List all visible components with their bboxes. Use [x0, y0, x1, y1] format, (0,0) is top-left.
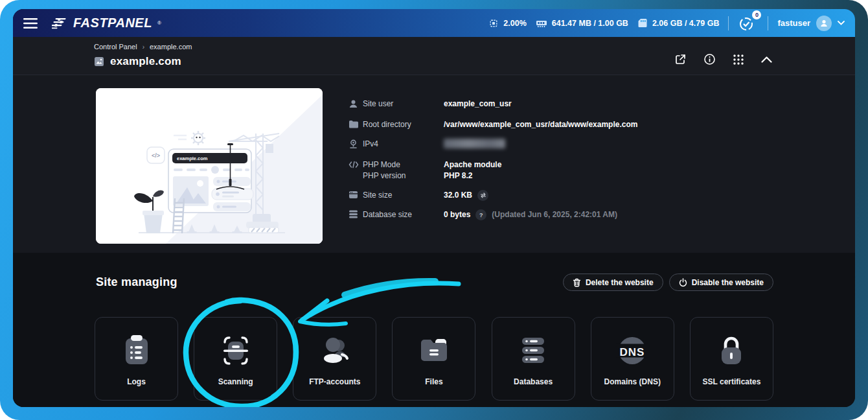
- page-header: Control Panel › example.com example.com: [13, 37, 855, 75]
- card-ftp-accounts[interactable]: FTP-accounts: [293, 317, 376, 401]
- info-label: IPv4: [363, 139, 444, 150]
- cpu-usage: 2.00%: [488, 18, 526, 29]
- card-logs[interactable]: Logs: [95, 317, 178, 401]
- disk-value: 2.06 GB / 4.79 GB: [652, 19, 720, 28]
- database-size-updated-note: (Updated Jun 6, 2025, 2:42:01 AM): [492, 209, 617, 220]
- collapse-button[interactable]: [760, 55, 773, 64]
- breadcrumb: Control Panel › example.com: [94, 43, 192, 51]
- page-title: example.com: [110, 55, 181, 68]
- breadcrumb-control-panel[interactable]: Control Panel: [94, 43, 137, 51]
- card-scanning[interactable]: Scanning: [194, 317, 277, 401]
- open-site-button[interactable]: [673, 52, 688, 67]
- dns-icon: DNS: [616, 336, 648, 366]
- card-label: SSL certificates: [703, 377, 761, 386]
- topbar-divider: [768, 16, 768, 30]
- fastpanel-logo-icon: [52, 18, 69, 29]
- user-icon: [348, 99, 358, 109]
- info-row-site-user: Site user example_com_usr: [348, 99, 637, 111]
- cpu-value: 2.00%: [503, 19, 526, 28]
- card-label: Databases: [514, 377, 553, 386]
- info-value: 0 bytes: [444, 209, 470, 220]
- info-row-database-size: Database size 0 bytes ? (Updated Jun 6, …: [348, 209, 637, 220]
- info-label: Database size: [363, 209, 444, 220]
- disk-icon: [637, 18, 648, 28]
- fastpanel-window: FASTPANEL® 2.00% 641.47 MB / 1.00 GB 2.0…: [13, 9, 855, 407]
- info-label: Site user: [363, 99, 444, 110]
- avatar: [816, 16, 832, 31]
- info-label: Root directory: [363, 119, 444, 130]
- username: fastuser: [777, 18, 810, 28]
- notification-badge: 0: [752, 10, 761, 19]
- info-value: Apache module: [444, 159, 501, 170]
- info-value: 32.0 KB: [444, 190, 472, 201]
- site-illustration: </> example.com: [96, 88, 323, 244]
- user-menu[interactable]: fastuser: [777, 16, 845, 31]
- grid-dots-icon: [733, 54, 744, 65]
- refresh-icon: [480, 192, 486, 198]
- card-databases[interactable]: Databases: [492, 317, 575, 401]
- info-button[interactable]: [702, 52, 717, 67]
- files-icon: [418, 337, 450, 364]
- info-row-php: PHP Mode PHP version Apache module PHP 8…: [348, 159, 637, 181]
- disable-website-button[interactable]: Disable the website: [669, 274, 773, 291]
- folder-icon: [348, 120, 358, 128]
- ram-value: 641.47 MB / 1.00 GB: [552, 19, 628, 28]
- ssl-certificates-icon: [718, 334, 744, 367]
- ftp-accounts-icon: [319, 335, 351, 366]
- card-label: Logs: [127, 377, 146, 386]
- info-value: example_com_usr: [444, 99, 512, 110]
- site-managing-section: Site managing Delete the website Disable…: [13, 253, 855, 407]
- disk-usage: 2.06 GB / 4.79 GB: [637, 18, 720, 28]
- info-value: /var/www/example_com_usr/data/www/exampl…: [444, 119, 637, 130]
- illustration-address-text: example.com: [177, 156, 208, 161]
- breadcrumb-example-com[interactable]: example.com: [150, 43, 192, 51]
- info-label: PHP Mode: [363, 159, 444, 170]
- browser-frame: FASTPANEL® 2.00% 641.47 MB / 1.00 GB 2.0…: [0, 0, 868, 420]
- site-info-list: Site user example_com_usr Root directory…: [348, 99, 637, 244]
- tasks-clock-icon: [738, 16, 755, 32]
- site-preview-card: </> example.com: [96, 88, 323, 244]
- managing-cards: Logs Scanning FTP-accounts Files Databas…: [95, 317, 773, 401]
- power-icon: [679, 278, 687, 287]
- info-value: PHP 8.2: [444, 170, 501, 181]
- info-row-root-directory: Root directory /var/www/example_com_usr/…: [348, 119, 637, 130]
- section-title: Site managing: [96, 275, 177, 289]
- notifications-button[interactable]: 0: [738, 14, 759, 32]
- pin-icon: [348, 139, 358, 149]
- trash-icon: [573, 278, 581, 287]
- topbar-divider: [728, 16, 729, 30]
- brand-registered-mark: ®: [157, 20, 161, 26]
- breadcrumb-separator-icon: ›: [143, 43, 144, 51]
- card-files[interactable]: Files: [392, 317, 475, 401]
- user-avatar-icon: [819, 19, 828, 28]
- topbar: FASTPANEL® 2.00% 641.47 MB / 1.00 GB 2.0…: [13, 9, 855, 37]
- card-ssl-certificates[interactable]: SSL certificates: [690, 317, 773, 401]
- browser-icon: [348, 191, 358, 199]
- apps-grid-button[interactable]: [731, 52, 746, 67]
- chevron-up-icon: [761, 56, 772, 63]
- database-size-help-button[interactable]: ?: [475, 209, 486, 220]
- info-label: PHP version: [363, 170, 444, 181]
- chevron-down-icon: [838, 21, 845, 25]
- menu-button[interactable]: [19, 14, 41, 32]
- card-domains-dns[interactable]: DNS Domains (DNS): [591, 317, 674, 401]
- info-row-ipv4: IPv4: [348, 139, 637, 151]
- site-favicon-icon: [94, 56, 104, 67]
- databases-icon: [518, 336, 548, 365]
- code-icon: [348, 161, 359, 169]
- site-overview: </> example.com: [13, 75, 855, 253]
- cpu-icon: [488, 18, 499, 29]
- card-label: Scanning: [218, 377, 253, 386]
- fastpanel-logo[interactable]: FASTPANEL®: [52, 16, 161, 30]
- refresh-site-size-button[interactable]: [477, 190, 488, 201]
- ram-icon: [536, 19, 547, 28]
- ram-usage: 641.47 MB / 1.00 GB: [536, 19, 628, 28]
- delete-website-button[interactable]: Delete the website: [563, 274, 663, 291]
- card-label: Domains (DNS): [604, 377, 661, 386]
- info-row-site-size: Site size 32.0 KB: [348, 190, 637, 201]
- external-link-icon: [674, 53, 687, 65]
- database-icon: [348, 210, 358, 218]
- svg-text:DNS: DNS: [620, 346, 645, 358]
- info-icon: [703, 53, 716, 65]
- brand-name: FASTPANEL: [73, 16, 152, 30]
